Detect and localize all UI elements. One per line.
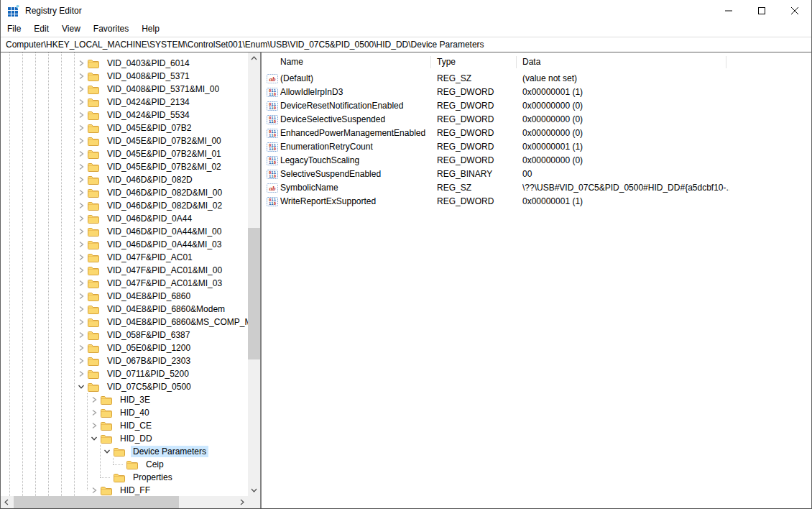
expand-toggle[interactable] — [88, 419, 101, 432]
tree-item[interactable]: VID_047F&PID_AC01&MI_00 — [1, 264, 248, 277]
expand-toggle[interactable] — [75, 186, 88, 199]
tree-item-label[interactable]: VID_04E8&PID_6860 — [105, 290, 193, 302]
expand-toggle[interactable] — [75, 367, 88, 380]
value-name[interactable]: DeviceSelectiveSuspended — [280, 113, 428, 127]
horizontal-scrollbar-thumb[interactable] — [14, 496, 179, 508]
tree-item[interactable]: VID_046D&PID_082D&MI_00 — [1, 186, 248, 199]
expand-toggle[interactable] — [75, 70, 88, 83]
tree-item-label[interactable]: VID_0408&PID_5371 — [105, 70, 192, 82]
registry-value-row[interactable]: abSymbolicNameREG_SZ\??\USB#VID_07C5&PID… — [264, 181, 811, 195]
tree-item[interactable]: Properties — [1, 471, 248, 484]
value-type[interactable]: REG_DWORD — [437, 195, 515, 208]
value-name[interactable]: (Default) — [280, 72, 428, 86]
tree-item-label[interactable]: VID_05E0&PID_1200 — [105, 342, 193, 354]
tree-item-label[interactable]: VID_046D&PID_082D&MI_00 — [105, 187, 224, 198]
expand-toggle[interactable] — [75, 109, 88, 121]
value-type[interactable]: REG_DWORD — [437, 140, 515, 154]
tree-item-label[interactable]: VID_0424&PID_2134 — [105, 96, 192, 108]
tree-item[interactable]: HID_3E — [1, 393, 248, 406]
tree-item-label[interactable]: Device Parameters — [131, 446, 208, 457]
tree-item-label[interactable]: VID_04E8&PID_6860&Modem — [105, 303, 227, 315]
value-name[interactable]: EnhancedPowerManagementEnabled — [280, 127, 428, 140]
tree-item-label[interactable]: VID_046D&PID_0A44 — [105, 213, 194, 224]
column-separator[interactable] — [516, 56, 517, 68]
value-name[interactable]: WriteReportExSupported — [280, 195, 428, 208]
value-type[interactable]: REG_SZ — [437, 72, 515, 86]
tree-item-label[interactable]: HID_DD — [118, 433, 154, 444]
maximize-button[interactable] — [745, 0, 778, 22]
value-type[interactable]: REG_SZ — [437, 181, 515, 195]
tree-item[interactable]: VID_046D&PID_082D — [1, 173, 248, 186]
column-separator[interactable] — [430, 56, 431, 68]
expand-toggle[interactable] — [75, 290, 88, 303]
tree-item[interactable]: Ceip — [1, 458, 248, 471]
tree-item-label[interactable]: HID_40 — [118, 407, 152, 418]
column-header-data[interactable]: Data — [522, 55, 540, 69]
tree-item-label[interactable]: VID_045E&PID_07B2&MI_02 — [105, 161, 223, 173]
expand-toggle[interactable] — [75, 134, 88, 147]
tree-item[interactable]: HID_DD — [1, 432, 248, 445]
tree-item-label[interactable]: VID_07C5&PID_0500 — [105, 381, 193, 393]
value-name[interactable]: DeviceResetNotificationEnabled — [280, 99, 428, 113]
expand-toggle[interactable] — [75, 251, 88, 264]
tree-item-label[interactable]: HID_FF — [118, 485, 152, 496]
value-name[interactable]: LegacyTouchScaling — [280, 154, 428, 168]
address-input[interactable] — [1, 37, 811, 52]
collapse-toggle[interactable] — [101, 445, 114, 458]
tree-item-label[interactable]: VID_045E&PID_07B2&MI_01 — [105, 148, 223, 160]
value-type[interactable]: REG_DWORD — [437, 127, 515, 140]
tree-item-label[interactable]: VID_0711&PID_5200 — [105, 368, 191, 380]
tree-item[interactable]: VID_0424&PID_5534 — [1, 109, 248, 121]
tree-item-label[interactable]: VID_047F&PID_AC01&MI_03 — [105, 278, 224, 289]
expand-toggle[interactable] — [75, 121, 88, 134]
expand-toggle[interactable] — [75, 147, 88, 160]
value-data[interactable]: (value not set) — [522, 72, 729, 86]
tree-item-label[interactable]: VID_046D&PID_082D — [105, 174, 195, 185]
tree-item-label[interactable]: VID_0424&PID_5534 — [105, 109, 192, 121]
expand-toggle[interactable] — [75, 277, 88, 290]
expand-toggle[interactable] — [75, 238, 88, 251]
value-type[interactable]: REG_DWORD — [437, 86, 515, 99]
tree-item[interactable]: VID_058F&PID_6387 — [1, 329, 248, 341]
value-data[interactable]: 0x00000001 (1) — [522, 195, 729, 208]
tree-item[interactable]: VID_045E&PID_07B2 — [1, 121, 248, 134]
expand-toggle[interactable] — [75, 264, 88, 277]
tree-item[interactable]: VID_045E&PID_07B2&MI_01 — [1, 147, 248, 160]
registry-value-row[interactable]: 011110WriteReportExSupportedREG_DWORD0x0… — [264, 195, 811, 208]
expand-toggle[interactable] — [88, 393, 101, 406]
tree-item[interactable]: VID_0424&PID_2134 — [1, 96, 248, 109]
tree-item-label[interactable]: VID_045E&PID_07B2&MI_00 — [105, 135, 223, 147]
tree-item[interactable]: VID_05E0&PID_1200 — [1, 341, 248, 354]
tree-item[interactable]: VID_045E&PID_07B2&MI_02 — [1, 160, 248, 173]
tree-item[interactable]: VID_046D&PID_0A44&MI_03 — [1, 238, 248, 251]
value-data[interactable]: 0x00000001 (1) — [522, 86, 729, 99]
scroll-left-button[interactable] — [1, 496, 13, 508]
value-data[interactable]: 0x00000000 (0) — [522, 113, 729, 127]
tree-item-label[interactable]: VID_04E8&PID_6860&MS_COMP_MTP& — [105, 316, 260, 328]
expand-toggle[interactable] — [75, 303, 88, 316]
value-name[interactable]: EnumerationRetryCount — [280, 140, 428, 154]
value-type[interactable]: REG_DWORD — [437, 99, 515, 113]
expand-toggle[interactable] — [75, 341, 88, 354]
value-type[interactable]: REG_BINARY — [437, 168, 515, 181]
tree-item[interactable]: VID_046D&PID_0A44&MI_00 — [1, 225, 248, 238]
tree-item[interactable]: HID_CE — [1, 419, 248, 432]
expand-toggle[interactable] — [75, 173, 88, 186]
column-header-name[interactable]: Name — [280, 55, 303, 69]
minimize-button[interactable] — [712, 0, 745, 22]
column-header-type[interactable]: Type — [437, 55, 456, 69]
tree-vertical-scrollbar[interactable] — [248, 52, 260, 496]
column-separator[interactable] — [726, 56, 726, 68]
tree-item-label[interactable]: VID_0403&PID_6014 — [105, 58, 192, 69]
menu-item-help[interactable]: Help — [135, 22, 166, 37]
tree-item-label[interactable]: HID_3E — [118, 394, 152, 405]
value-data[interactable]: 00 — [522, 168, 729, 181]
value-data[interactable]: 0x00000000 (0) — [522, 99, 729, 113]
tree-item[interactable]: VID_047F&PID_AC01&MI_03 — [1, 277, 248, 290]
tree-item[interactable]: VID_046D&PID_082D&MI_02 — [1, 199, 248, 212]
menu-item-favorites[interactable]: Favorites — [87, 22, 135, 37]
tree-item[interactable]: HID_FF — [1, 484, 248, 497]
registry-value-row[interactable]: 011110EnumerationRetryCountREG_DWORD0x00… — [264, 140, 811, 154]
expand-toggle[interactable] — [88, 406, 101, 419]
tree-item-label[interactable]: VID_058F&PID_6387 — [105, 329, 192, 341]
